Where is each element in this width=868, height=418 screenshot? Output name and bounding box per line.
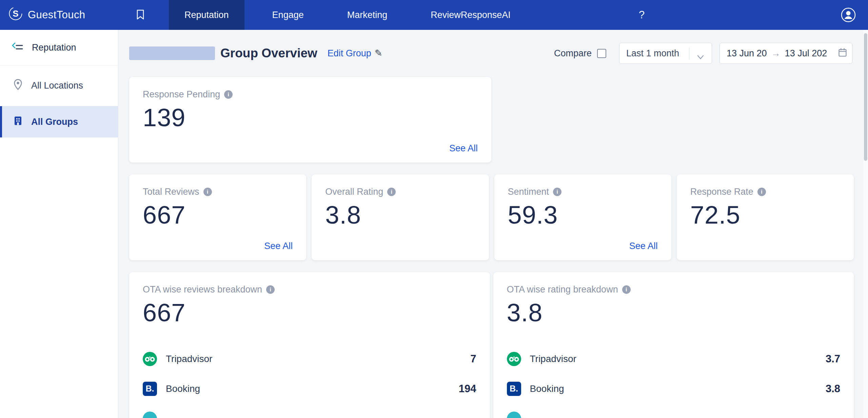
- guesttouch-logo-icon: S: [9, 7, 22, 23]
- card-title: OTA wise rating breakdown: [507, 284, 618, 295]
- card-title: OTA wise reviews breakdown: [143, 284, 262, 295]
- ota-name: Booking: [166, 383, 200, 394]
- help-button[interactable]: ?: [639, 0, 645, 30]
- list-item[interactable]: Tripadvisor 7: [143, 349, 476, 368]
- svg-text:S: S: [13, 8, 19, 19]
- brand: S GuestTouch: [9, 0, 85, 30]
- card-title-row: OTA wise reviews breakdown i: [143, 284, 476, 295]
- overall-rating-card: Overall Rating i 3.8: [312, 174, 489, 260]
- see-all-link[interactable]: See All: [449, 143, 478, 154]
- list-item[interactable]: Tripadvisor 3.7: [507, 349, 841, 368]
- ota-value: 3.7: [826, 353, 840, 365]
- ota-list: Tripadvisor 7 B. Booking 194: [143, 349, 476, 418]
- sidebar-item-all-groups[interactable]: All Groups: [0, 106, 118, 137]
- date-start: 13 Jun 20: [727, 48, 767, 59]
- card-title: Total Reviews: [143, 187, 199, 197]
- tripadvisor-icon: [143, 352, 157, 366]
- sidebar: Reputation All Locations: [0, 30, 118, 418]
- sentiment-card: Sentiment i 59.3 See All: [494, 174, 671, 260]
- pencil-icon: ✎: [375, 48, 382, 59]
- info-icon[interactable]: i: [622, 285, 631, 294]
- compare-label: Compare: [554, 48, 592, 59]
- building-icon: [13, 116, 23, 128]
- page-header: Group Overview Edit Group ✎ Compare Last…: [129, 42, 852, 64]
- ota-value: 194: [459, 383, 476, 395]
- card-title-row: OTA wise rating breakdown i: [507, 284, 841, 295]
- scrollbar[interactable]: [863, 30, 868, 418]
- card-value: 3.8: [507, 299, 841, 327]
- compare-checkbox[interactable]: [597, 49, 606, 58]
- card-title-row: Response Pending i: [143, 89, 478, 100]
- tab-marketing[interactable]: Marketing: [332, 0, 403, 30]
- info-icon[interactable]: i: [203, 188, 212, 196]
- card-value: 3.8: [325, 201, 475, 229]
- info-icon[interactable]: i: [224, 90, 233, 99]
- ota-value: 3.8: [826, 383, 840, 395]
- card-title: Response Pending: [143, 89, 220, 100]
- booking-icon: B.: [143, 382, 157, 396]
- card-title: Sentiment: [508, 187, 549, 197]
- ota-value: 7: [470, 353, 476, 365]
- ota-reviews-breakdown-card: OTA wise reviews breakdown i 667: [129, 272, 490, 418]
- see-all-link[interactable]: See All: [629, 241, 658, 251]
- edit-group-button[interactable]: Edit Group ✎: [328, 48, 382, 59]
- card-title: Overall Rating: [325, 187, 383, 197]
- back-icon: [12, 42, 23, 54]
- calendar-icon: [838, 48, 847, 59]
- response-rate-card: Response Rate i 72.5: [677, 174, 854, 260]
- edit-group-label: Edit Group: [328, 48, 371, 59]
- info-icon[interactable]: i: [757, 188, 766, 196]
- date-range-picker[interactable]: 13 Jun 20 → 13 Jul 202: [719, 43, 852, 64]
- brand-name: GuestTouch: [28, 9, 85, 21]
- date-arrow: →: [771, 48, 781, 59]
- booking-icon: B.: [507, 382, 521, 396]
- header-controls: Compare Last 1 month 13 Jun 20 → 13 Jul …: [554, 43, 852, 64]
- main-content: Group Overview Edit Group ✎ Compare Last…: [118, 30, 868, 418]
- account-avatar[interactable]: [841, 7, 856, 22]
- stats-row: Total Reviews i 667 See All Overall Rati…: [129, 174, 854, 260]
- tab-reviewresponseai[interactable]: ReviewResponseAI: [415, 0, 526, 30]
- ota-list: Tripadvisor 3.7 B. Booking 3.8: [507, 349, 841, 418]
- info-icon[interactable]: i: [387, 188, 396, 196]
- info-icon[interactable]: i: [266, 285, 275, 294]
- ota-name: Tripadvisor: [530, 354, 576, 364]
- card-value: 667: [143, 201, 293, 229]
- ota-breakdown-row: OTA wise reviews breakdown i 667: [129, 272, 854, 418]
- card-value: 72.5: [690, 201, 840, 229]
- see-all-link[interactable]: See All: [264, 241, 293, 251]
- tab-reputation[interactable]: Reputation: [169, 0, 244, 30]
- sidebar-item-all-locations[interactable]: All Locations: [0, 65, 118, 106]
- ota-name: Booking: [530, 383, 564, 394]
- bookmark-icon[interactable]: [136, 10, 144, 21]
- date-range-select[interactable]: Last 1 month: [619, 43, 712, 64]
- scrollbar-thumb[interactable]: [864, 33, 867, 161]
- list-item[interactable]: [507, 409, 841, 418]
- list-item[interactable]: [143, 409, 476, 418]
- date-range-select-value: Last 1 month: [626, 48, 679, 59]
- sidebar-back[interactable]: Reputation: [0, 30, 118, 65]
- card-title-row: Sentiment i: [508, 187, 658, 197]
- sidebar-back-label: Reputation: [32, 42, 76, 53]
- ota-rating-breakdown-card: OTA wise rating breakdown i 3.8: [493, 272, 854, 418]
- page-title: Group Overview: [220, 46, 317, 60]
- ota-name: Tripadvisor: [166, 354, 212, 364]
- card-value: 59.3: [508, 201, 658, 229]
- app-root: S GuestTouch Reputation Engage Marketing…: [0, 0, 868, 418]
- card-title-row: Total Reviews i: [143, 187, 293, 197]
- card-title-row: Response Rate i: [690, 187, 840, 197]
- sidebar-item-label: All Locations: [31, 80, 83, 91]
- location-pin-icon: [13, 79, 23, 93]
- list-item[interactable]: B. Booking 3.8: [507, 379, 841, 398]
- card-title-row: Overall Rating i: [325, 187, 475, 197]
- primary-nav: Reputation Engage Marketing ReviewRespon…: [169, 0, 526, 30]
- list-item[interactable]: B. Booking 194: [143, 379, 476, 398]
- total-reviews-card: Total Reviews i 667 See All: [129, 174, 306, 260]
- sidebar-item-label: All Groups: [31, 117, 78, 127]
- ota-icon-partial: [507, 412, 521, 418]
- info-icon[interactable]: i: [553, 188, 561, 196]
- ota-icon-partial: [143, 412, 157, 418]
- chevron-down-icon: [697, 52, 704, 62]
- tripadvisor-icon: [507, 352, 521, 366]
- tab-engage[interactable]: Engage: [257, 0, 319, 30]
- select-divider: [689, 48, 689, 60]
